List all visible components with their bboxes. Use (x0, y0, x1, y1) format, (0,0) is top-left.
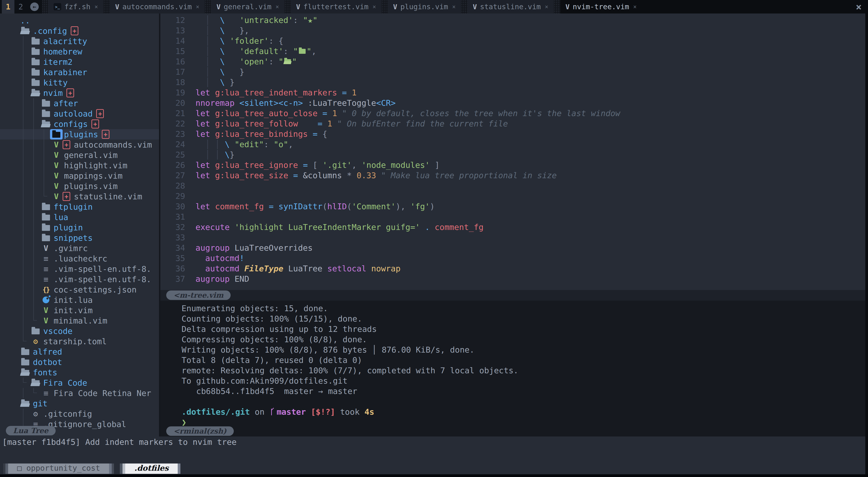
tmux-window-list: □ opportunity_cost.dotfiles (3, 464, 180, 474)
line-number: 25 (169, 150, 195, 159)
tab-fluttertest.vim[interactable]: Vfluttertest.vim× (291, 0, 381, 13)
line-number: 20 (169, 98, 195, 107)
folder-icon (40, 212, 52, 222)
vim-icon: V (115, 3, 119, 11)
tree-item-karabiner[interactable]: karabiner (0, 67, 159, 77)
tab-autocommands.vim[interactable]: Vautocommands.vim× (110, 0, 205, 13)
tree-item-fonts[interactable]: fonts (0, 367, 159, 378)
tree-item-git[interactable]: git (0, 398, 159, 409)
tree-item-Fira Code Retina Ner[interactable]: ≡Fira Code Retina Ner (0, 388, 159, 398)
tree-item-nvim[interactable]: nvim+ (0, 88, 159, 98)
tab-label: statusline.vim (480, 2, 541, 11)
tree-indent-guide (19, 253, 29, 264)
terminal-pane[interactable]: Enumerating objects: 15, done.Counting o… (160, 301, 868, 426)
buffer-tab-1[interactable]: 1 (2, 0, 14, 13)
tmux-window-.dotfiles[interactable]: .dotfiles (120, 464, 180, 474)
tree-item-.luacheckrc[interactable]: ≡.luacheckrc (0, 253, 159, 264)
tab-nvim-tree.vim[interactable]: Vnvim-tree.vim× (560, 0, 642, 13)
tab-statusline.vim[interactable]: Vstatusline.vim× (467, 0, 554, 13)
tree-item-plugin[interactable]: plugin (0, 222, 159, 233)
tree-item-autoload[interactable]: autoload+ (0, 108, 159, 119)
tree-item-starship.toml[interactable]: ⚙starship.toml (0, 336, 159, 346)
folder-open-icon (19, 26, 32, 36)
editor[interactable]: 12 │ \ 'untracked': "★"13 │ \ },14 │ \ '… (160, 13, 868, 290)
tree-indent-guide (29, 264, 40, 274)
terminal-line: cb68b54..f1bd4f5 master → master (182, 386, 868, 397)
tab-fzf.sh[interactable]: >_fzf.sh× (48, 0, 103, 13)
tab-general.vim[interactable]: Vgeneral.vim× (211, 0, 284, 13)
line-number: 14 (169, 36, 195, 45)
tree-item-configs[interactable]: configs+ (0, 119, 159, 129)
terminal-line: Writing objects: 100% (8/8), 876 bytes │… (182, 345, 868, 355)
tree-item-minimal.vim[interactable]: Vminimal.vim (0, 315, 159, 326)
tree-indent-guide (19, 191, 29, 202)
tree-item-autocommands.vim[interactable]: V+autocommands.vim (0, 139, 159, 150)
tree-item-.vim-spell-en.utf-8.[interactable]: ≡.vim-spell-en.utf-8. (0, 274, 159, 284)
tree-item-vscode[interactable]: vscode (0, 326, 159, 336)
tree-indent-guide (19, 274, 29, 284)
code-line: 33 (160, 232, 868, 243)
tree-item-iterm2[interactable]: iterm2 (0, 57, 159, 67)
tree-item-homebrew[interactable]: homebrew (0, 46, 159, 57)
tab-label: general.vim (224, 2, 271, 11)
tree-item-after[interactable]: after (0, 98, 159, 108)
tree-item-plugins[interactable]: plugins+ (0, 129, 159, 139)
tree-item-mappings.vim[interactable]: Vmappings.vim (0, 171, 159, 181)
tree-indent-guide (19, 88, 29, 98)
tree-item-label: statusline.vim (74, 192, 142, 201)
tree-item-general.vim[interactable]: Vgeneral.vim (0, 150, 159, 160)
tab-close-icon[interactable]: × (452, 3, 456, 10)
tree-item-.vim-spell-en.utf-8.[interactable]: ≡.vim-spell-en.utf-8. (0, 264, 159, 274)
nav-back-button[interactable]: ← (27, 0, 42, 13)
git-branch-icon (269, 408, 275, 416)
tree-item-.config[interactable]: .config+ (0, 26, 159, 36)
tree-item-statusline.vim[interactable]: V+statusline.vim (0, 191, 159, 202)
tab-close-icon[interactable]: × (95, 3, 98, 10)
tree-item-Fira Code[interactable]: Fira Code (0, 378, 159, 388)
tree-item-coc-settings.json[interactable]: {}coc-settings.json (0, 284, 159, 295)
vim-file-icon: V (40, 243, 52, 253)
code-line: 31 (160, 211, 868, 222)
file-lines-icon-glyph: ≡ (43, 388, 49, 398)
tree-item-label: kitty (43, 78, 68, 87)
tmux-window-opportunity_cost[interactable]: □ opportunity_cost (3, 464, 114, 474)
tree-item-kitty[interactable]: kitty (0, 77, 159, 88)
tree-item-init.lua[interactable]: init.lua (0, 295, 159, 305)
tree-item-label: mappings.vim (64, 171, 123, 180)
tab-plugins.vim[interactable]: Vplugins.vim× (388, 0, 461, 13)
folder-glyph (299, 49, 306, 54)
tree-item-alfred[interactable]: alfred (0, 346, 159, 357)
code-line: 13 │ \ }, (160, 25, 868, 36)
code-line: 25 │ │ \} (160, 149, 868, 160)
tree-item-init.vim[interactable]: Vinit.vim (0, 305, 159, 315)
file-tree-panel[interactable]: ...config+alacrittyhomebrewiterm2karabin… (0, 13, 159, 437)
buffer-tab-2[interactable]: 2 (14, 0, 27, 13)
line-number: 33 (169, 233, 195, 242)
tab-close-icon[interactable]: × (275, 3, 279, 10)
tree-item-highlight.vim[interactable]: Vhighlight.vim (0, 160, 159, 171)
tree-item-dotbot[interactable]: dotbot (0, 357, 159, 367)
segment-fade (3, 464, 5, 474)
tree-item-plugins.vim[interactable]: Vplugins.vim (0, 181, 159, 191)
tree-indent-guide (19, 181, 29, 191)
tree-item-.gvimrc[interactable]: V.gvimrc (0, 243, 159, 253)
tree-item-label: alfred (33, 347, 62, 356)
code-line: 36 autocmd FileType LuaTree setlocal now… (160, 263, 868, 274)
code-line: 37augroup END (160, 274, 868, 284)
git-new-badge: + (63, 192, 70, 201)
tree-item-.gitconfig[interactable]: ⚙.gitconfig (0, 409, 159, 419)
tree-item-ftplugin[interactable]: ftplugin (0, 202, 159, 212)
tree-indent-guide (29, 129, 40, 139)
tree-item-alacritty[interactable]: alacritty (0, 36, 159, 46)
folder-icon-glyph (42, 111, 50, 117)
segment-fade (112, 464, 114, 474)
tab-close-icon[interactable]: × (196, 3, 199, 10)
tab-close-icon[interactable]: × (373, 3, 376, 10)
tree-item-lua[interactable]: lua (0, 212, 159, 222)
code-line: 32execute 'highlight LuaTreeIndentMarker… (160, 222, 868, 232)
tree-item-..[interactable]: .. (0, 15, 159, 26)
folder-icon-glyph (32, 70, 40, 76)
tree-item-snippets[interactable]: snippets (0, 233, 159, 243)
tab-close-icon[interactable]: × (545, 3, 549, 10)
tab-close-icon[interactable]: × (633, 3, 637, 10)
